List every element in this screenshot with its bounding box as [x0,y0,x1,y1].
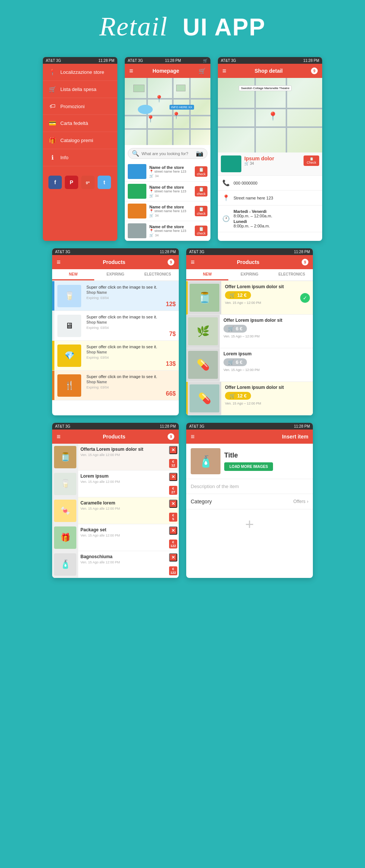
shopping-list-phone: AT&T 3G 11:28 PM ≡ Products 9 🫙 Offerta … [52,423,179,578]
promo-icon: 🏷 [48,103,57,110]
menu-item-catalogo[interactable]: 🎁 Catalogo premi [43,132,117,149]
product-card-r2[interactable]: 🌿 Offer Lorem ipsum dolor sit 🛒 6 € Ven.… [186,315,313,348]
check-button-3[interactable]: 📋 check [195,206,207,216]
product-item-left-2[interactable]: 🖥 Super offer click on the image to see … [52,311,179,341]
status-bar-map: AT&T 3G 11:28 PM 🛒 [125,57,210,64]
twitter-button[interactable]: t [98,176,111,189]
pin-icon-3: 📍 [149,209,153,213]
menu-item-carta[interactable]: 💳 Carta fedeltà [43,115,117,132]
product-price-l1: 12$ [160,281,179,311]
insert-item-phone: AT&T 3G 11:28 PM ≡ Insert item 🧴 Title L… [186,423,313,578]
remove-btn-3[interactable]: ✕ [169,500,177,508]
tab-new-left[interactable]: NEW [52,269,94,280]
search-input[interactable] [142,151,194,156]
tab-expiring-left[interactable]: EXPIRING [94,269,136,280]
shop-check-button[interactable]: 📋 Check [304,155,319,166]
shopping-name-3: Caramelle lorem [80,500,165,506]
search-icon: 🔍 [132,150,139,157]
tab-new-right[interactable]: NEW [186,269,228,280]
description-field[interactable]: Description of the item [186,479,313,494]
hours-detail-row: 🕐 Martedì - Venerdì 8:00p.m. – 12:00a.m.… [218,205,322,232]
insert-title: Title [224,452,273,459]
product-card-r4[interactable]: 💊 Offer Lorem ipsum dolor sit 🛒 12 € Ven… [186,382,313,415]
product-item-left-4[interactable]: 🍴 Super offer click on the image to see … [52,371,179,400]
facebook-button[interactable]: f [48,176,62,189]
remove-btn-4[interactable]: ✕ [169,526,177,535]
card-date-r4: Ven. 15 Ago – 12:00 PM [225,402,309,405]
search-bar[interactable]: 🔍 📷 [128,148,207,159]
hamburger-icon-insert: ≡ [191,433,195,441]
insert-image-placeholder: 🧴 [199,455,213,468]
phone-number: 000 0000000 [234,181,257,185]
card-title-r1: Offer Lorem ipsum dolor sit [225,284,296,289]
cart-icon-s3: 🛒 [149,214,153,217]
card-img-r2: 🌿 [186,315,220,348]
category-row[interactable]: Category Offers › [186,494,313,509]
cart-price-icon-r3: 🛒 [228,359,234,365]
store-item-4[interactable]: Name of the store 📍 street name here 123… [125,221,210,241]
remove-btn-2[interactable]: ✕ [169,473,177,481]
shopping-item-3[interactable]: 🍬 Caramelle lorem Ven. 15 Ago alle 12:00… [52,497,179,524]
product-expiry-l3: Expiring: 03/04 [86,356,158,359]
shopping-item-2[interactable]: 🥛 Lorem ipsum Ven. 15 Ago alle 12:00 PM … [52,471,179,497]
hamburger-icon-prod-l: ≡ [57,258,61,266]
cart-nav-icon-map: 🛒 [199,67,206,75]
load-more-button[interactable]: LOAD MORE IMAGES [224,462,273,471]
phone-detail-row: 📞 000 0000000 [218,176,322,191]
tab-expiring-right[interactable]: EXPIRING [228,269,270,280]
menu-item-lista[interactable]: 🛒 Lista della spesa [43,81,117,98]
check-button-2[interactable]: 📋 check [195,186,207,196]
price-badge-4: € 122 [169,540,177,548]
store-item-2[interactable]: Name of the store 📍 street name here 123… [125,182,210,201]
cart-price-icon-r1: 🛒 [229,292,235,298]
card-placeholder-r1: 🫙 [190,284,219,312]
remove-btn-5[interactable]: ✕ [169,553,177,562]
product-card-r1[interactable]: 🫙 Offer Lorem ipsum dolor sit 🛒 12 € Ven… [186,281,313,315]
pinterest-button[interactable]: P [65,176,78,189]
card-price-btn-r1: 🛒 12 € [225,291,251,299]
detail-map-pin: 📍 [268,111,278,121]
product-item-left-3[interactable]: 💎 Super offer click on the image to see … [52,341,179,371]
shop-name-large: Ipsum dolor [244,155,274,161]
shopping-date-3: Ven. 15 Ago alle 12:00 PM [80,507,165,510]
product-card-r3[interactable]: 💊 Lorem ipsum 🛒 6 € Ven. 15 Ago – 12:00 … [186,348,313,382]
product-price-l2: 7$ [160,311,179,340]
tab-electronics-right[interactable]: ELECTRONICS [271,269,313,280]
hamburger-icon-detail: ≡ [222,67,226,75]
card-placeholder-r4: 💊 [190,384,219,412]
check-button-1[interactable]: 📋 check [195,166,207,177]
store-addr-3: 📍 street name here 123 [149,209,192,213]
store-item-1[interactable]: Name of the store 📍 street name here 123… [125,162,210,182]
product-details-left-1: Super offer click on the image to see it… [84,281,160,311]
menu-item-localizzazione[interactable]: 📍 Localizzazione store [43,64,117,81]
shopping-item-1[interactable]: 🫙 Offerta Lorem ipsum dolor sit Ven. 15 … [52,444,179,471]
shopping-name-1: Offerta Lorem ipsum dolor sit [80,447,165,452]
store-info-2: Name of the store 📍 street name here 123… [149,185,192,198]
card-placeholder-r2: 🌿 [188,317,218,345]
card-title-r3: Lorem ipsum [223,351,309,356]
tab-electronics-left[interactable]: ELECTRONICS [137,269,179,280]
store-item-3[interactable]: Name of the store 📍 street name here 123… [125,201,210,221]
google-button[interactable]: g+ [81,176,95,189]
shopping-item-4[interactable]: 🎁 Package set Ven. 15 Ago alle 12:00 PM … [52,524,179,551]
pin-icon-4: 📍 [149,229,153,233]
plus-icon: + [245,516,254,533]
shopping-item-5[interactable]: 🧴 Bagnoschiuma Ven. 15 Ago alle 12:00 PM… [52,551,179,578]
menu-item-promozioni[interactable]: 🏷 Promozioni [43,98,117,115]
check-button-4[interactable]: 📋 check [195,226,207,236]
check-mark-r1: ✓ [300,293,310,303]
card-body-r2: Offer Lorem ipsum dolor sit 🛒 6 € Ven. 1… [220,315,313,348]
store-name-4: Name of the store [149,224,192,229]
remove-btn-1[interactable]: ✕ [169,446,177,454]
product-item-left-1[interactable]: 🥛 Super offer click on the image to see … [52,281,179,311]
add-item-button[interactable]: + [186,509,313,539]
card-body-r1: Offer Lorem ipsum dolor sit 🛒 12 € Ven. … [221,281,300,314]
menu-item-info[interactable]: ℹ Info [43,149,117,166]
info-icon: ℹ [48,154,57,161]
shop-rating: 🛒 34 [244,161,274,166]
clock-icon: 🕐 [222,215,230,222]
cart-price-icon-r4: 🛒 [229,393,235,399]
product-placeholder-l1: 🥛 [57,285,81,307]
status-bar-prod-l: AT&T 3G 11:28 PM [52,248,179,255]
product-expiry-l2: Expiring: 03/04 [86,326,158,330]
